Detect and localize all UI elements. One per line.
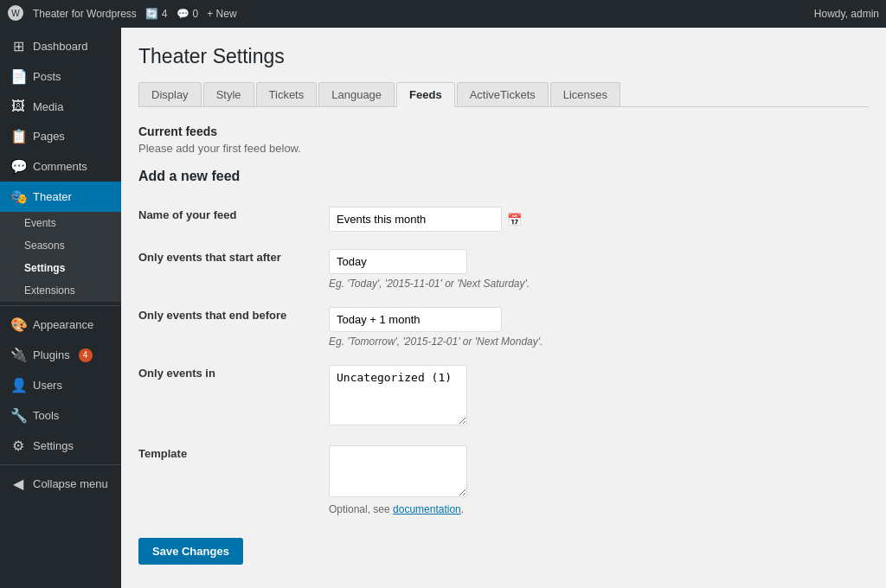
howdy-text: Howdy, admin [814,8,879,20]
site-name[interactable]: Theater for Wordpress [33,8,137,20]
sidebar-label-pages: Pages [33,130,65,143]
sidebar-item-users[interactable]: 👤 Users [0,370,121,400]
tab-language[interactable]: Language [318,82,395,106]
sidebar-label-appearance: Appearance [33,318,93,331]
pages-icon: 📋 [10,128,26,144]
tab-licenses[interactable]: Licenses [550,82,620,106]
admin-bar: W Theater for Wordpress 🔄 4 💬 0 + New Ho… [0,0,886,28]
end-before-row: Only events that end before Eg. 'Tomorro… [138,298,869,356]
sidebar-item-tools[interactable]: 🔧 Tools [0,400,121,431]
tab-style[interactable]: Style [203,82,254,106]
sidebar-label-settings: Settings [33,439,74,452]
plugins-icon: 🔌 [10,347,26,363]
start-after-label: Only events that start after [138,240,329,298]
template-label: Template [138,437,329,524]
sidebar-label-posts: Posts [33,70,61,83]
feed-name-label: Name of your feed [138,198,329,240]
sidebar: ⊞ Dashboard 📄 Posts 🖼 Media 📋 Pages 💬 Co… [0,28,121,588]
template-hint: Optional, see documentation. [329,503,869,515]
end-before-label: Only events that end before [138,298,329,356]
template-row: Template Optional, see documentation. [138,437,869,524]
sidebar-label-users: Users [33,379,62,392]
tab-tickets[interactable]: Tickets [256,82,318,106]
users-icon: 👤 [10,377,26,393]
sidebar-sub-extensions[interactable]: Extensions [0,279,121,302]
feed-form: Name of your feed 📅 Only events that sta… [138,198,869,524]
sidebar-item-theater[interactable]: 🎭 Theater [0,182,121,212]
sidebar-item-settings[interactable]: ⚙ Settings [0,431,121,461]
sidebar-item-appearance[interactable]: 🎨 Appearance [0,310,121,340]
calendar-icon[interactable]: 📅 [507,213,522,227]
tab-activetickets[interactable]: ActiveTickets [457,82,549,106]
page-title: Theater Settings [138,45,869,68]
feed-name-input[interactable] [329,207,502,232]
appearance-icon: 🎨 [10,316,26,333]
tools-icon: 🔧 [10,407,26,424]
theater-submenu: Events Seasons Settings Extensions [0,212,121,302]
sidebar-item-pages[interactable]: 📋 Pages [0,121,121,151]
new-item[interactable]: + New [207,8,236,20]
sidebar-label-collapse: Collapse menu [33,477,108,490]
current-feeds-desc: Please add your first feed below. [138,142,869,155]
comments-icon: 💬 [10,158,26,175]
sidebar-sub-seasons[interactable]: Seasons [0,234,121,257]
start-after-input[interactable] [329,249,467,274]
wp-logo-icon: W [7,4,24,24]
content-area: Theater Settings Display Style Tickets L… [121,28,886,588]
start-after-hint: Eg. 'Today', '2015-11-01' or 'Next Satur… [329,278,869,290]
end-before-input[interactable] [329,307,502,332]
sidebar-label-comments: Comments [33,160,87,173]
theater-icon: 🎭 [10,189,26,205]
comments-item[interactable]: 💬 0 [177,8,199,20]
sidebar-sub-settings[interactable]: Settings [0,257,121,279]
sidebar-label-dashboard: Dashboard [33,40,88,53]
events-in-textarea[interactable] [329,365,467,425]
tab-feeds[interactable]: Feeds [396,82,455,107]
tab-bar: Display Style Tickets Language Feeds Act… [138,82,869,107]
tab-display[interactable]: Display [138,82,202,106]
sidebar-label-theater: Theater [33,190,72,203]
sidebar-item-posts[interactable]: 📄 Posts [0,61,121,92]
sidebar-divider [0,305,121,306]
feed-name-field-row: 📅 [329,207,869,232]
sidebar-item-plugins[interactable]: 🔌 Plugins 4 [0,340,121,370]
sidebar-label-tools: Tools [33,409,59,422]
sidebar-label-plugins: Plugins [33,348,70,361]
events-in-row: Only events in [138,356,869,437]
updates-item[interactable]: 🔄 4 [145,8,168,20]
dashboard-icon: ⊞ [10,38,26,54]
sidebar-divider-2 [0,464,121,465]
sidebar-item-media[interactable]: 🖼 Media [0,92,121,121]
settings-icon: ⚙ [10,438,26,454]
feed-name-row: Name of your feed 📅 [138,198,869,240]
sidebar-sub-events[interactable]: Events [0,212,121,234]
save-changes-button[interactable]: Save Changes [138,538,243,565]
sidebar-label-media: Media [33,100,63,113]
posts-icon: 📄 [10,68,26,85]
current-feeds-title: Current feeds [138,125,869,138]
end-before-hint: Eg. 'Tomorrow', '2015-12-01' or 'Next Mo… [329,336,869,348]
svg-text:W: W [11,9,20,18]
add-feed-title: Add a new feed [138,169,869,184]
plugins-badge: 4 [79,348,93,362]
media-icon: 🖼 [10,99,26,114]
collapse-icon: ◀ [10,476,26,492]
sidebar-item-collapse[interactable]: ◀ Collapse menu [0,469,121,499]
start-after-row: Only events that start after Eg. 'Today'… [138,240,869,298]
documentation-link[interactable]: documentation [393,503,461,515]
template-textarea[interactable] [329,445,467,497]
sidebar-item-comments[interactable]: 💬 Comments [0,151,121,182]
events-in-label: Only events in [138,356,329,437]
sidebar-item-dashboard[interactable]: ⊞ Dashboard [0,31,121,61]
